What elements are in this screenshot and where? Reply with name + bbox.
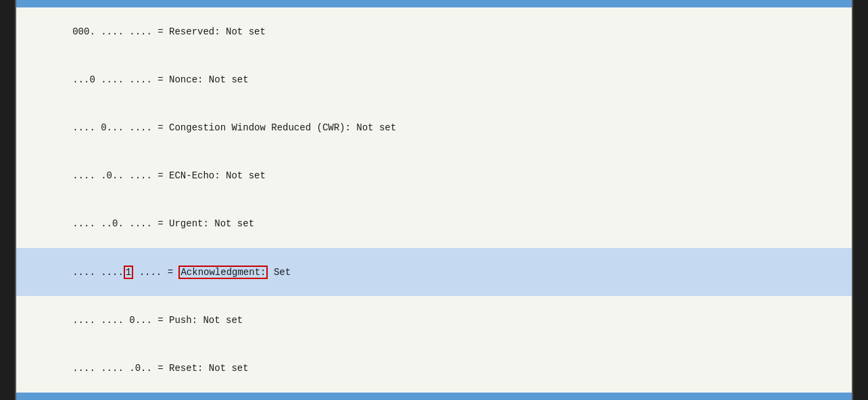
row-cwr[interactable]: .... 0... .... = Congestion Window Reduc…: [16, 104, 852, 152]
push-text: .... .... 0... = Push: Not set: [50, 315, 243, 326]
ack-value: Set: [268, 267, 291, 278]
row-flags[interactable]: ▼ Flags: 0x012 (SYN, ACK): [16, 0, 852, 7]
reserved-text: 000. .... .... = Reserved: Not set: [50, 26, 266, 37]
row-push[interactable]: .... .... 0... = Push: Not set: [16, 296, 852, 344]
row-ecn[interactable]: .... .0.. .... = ECN-Echo: Not set: [16, 152, 852, 200]
ack-label-box: Acknowledgment:: [178, 266, 268, 279]
row-reset[interactable]: .... .... .0.. = Reset: Not set: [16, 345, 852, 393]
nonce-text: ...0 .... .... = Nonce: Not set: [50, 74, 249, 85]
row-reserved[interactable]: 000. .... .... = Reserved: Not set: [16, 7, 852, 55]
ack-bit-prefix: .... ....: [50, 267, 124, 278]
cwr-text: .... 0... .... = Congestion Window Reduc…: [50, 122, 396, 133]
packet-detail-panel: Acknowledgment number: 1 (relative ack n…: [15, 0, 853, 400]
row-acknowledgment[interactable]: .... ....1 .... = Acknowledgment: Set: [16, 248, 852, 296]
ack-middle: .... =: [133, 267, 178, 278]
ack-bit-box: 1: [124, 266, 133, 279]
ecn-text: .... .0.. .... = ECN-Echo: Not set: [50, 170, 266, 181]
urgent-text: .... ..0. .... = Urgent: Not set: [50, 218, 254, 229]
reset-text: .... .... .0.. = Reset: Not set: [50, 363, 249, 374]
row-syn[interactable]: ▷ .... .... ..1. = Syn: Set: [16, 393, 852, 400]
row-nonce[interactable]: ...0 .... .... = Nonce: Not set: [16, 55, 852, 103]
row-urgent[interactable]: .... ..0. .... = Urgent: Not set: [16, 200, 852, 248]
